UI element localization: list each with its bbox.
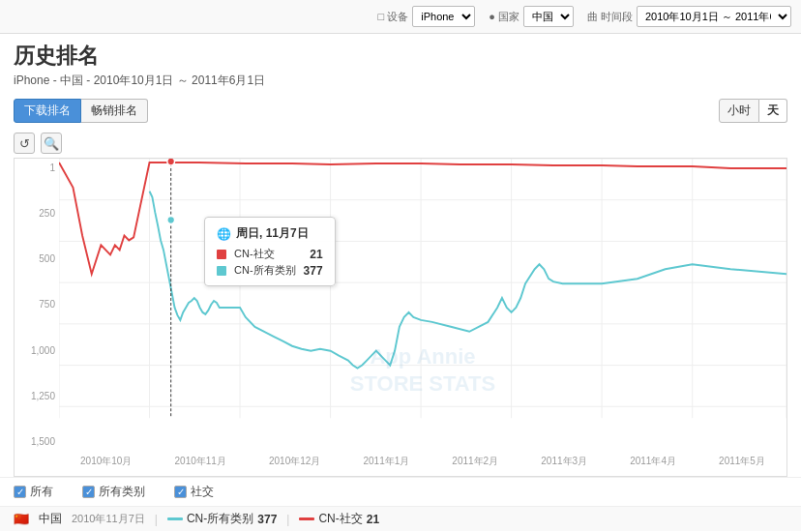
data-series-teal: CN-所有类别 377 [167,511,277,527]
tooltip-dot-red [217,250,226,259]
data-date: 2010年11月7日 [72,512,145,526]
x-label-nov: 2010年11月 [175,455,226,468]
tooltip-row-2: CN-所有类别 377 [217,263,323,278]
tooltip-title: 🌐 周日, 11月7日 [217,225,323,242]
chart-area: 1 250 500 750 1,000 1,250 1,500 [14,158,787,477]
toolbar-left: 下载排名 畅销排名 [14,99,148,123]
data-row: 🇨🇳 中国 2010年11月7日 | CN-所有类别 377 | CN-社交 2… [0,506,801,531]
country-flag: 🇨🇳 [14,512,29,526]
top-bar: □ 设备 iPhone ● 国家 中国 曲 时间段 2010年10月1日 ～ 2… [0,0,801,34]
device-selector-group: □ 设备 iPhone [378,6,476,27]
device-select[interactable]: iPhone [412,6,475,27]
legend-label-all: 所有 [30,484,53,500]
hour-button[interactable]: 小时 [719,99,759,123]
trending-button[interactable]: 畅销排名 [81,99,148,123]
check-icon-social: ✓ [177,487,185,497]
y-label-750: 750 [15,299,55,310]
legend-area: ✓ 所有 ✓ 所有类别 ✓ 社交 [0,477,801,506]
reset-icon: ↺ [19,136,30,151]
series-name-red: CN-社交 [318,511,362,527]
page-header: 历史排名 iPhone - 中国 - 2010年10月1日 ～ 2011年6月1… [0,34,801,93]
x-label-dec: 2010年12月 [269,455,320,468]
series-swatch-teal [167,517,183,520]
day-button[interactable]: 天 [759,99,787,123]
tooltip-name-2: CN-所有类别 [234,263,296,278]
zoom-button[interactable]: 🔍 [41,133,62,154]
chart-controls: ↺ 🔍 [0,129,801,158]
tooltip: 🌐 周日, 11月7日 CN-社交 21 CN-所有类别 377 [204,217,336,286]
legend-label-allcat: 所有类别 [99,484,145,500]
legend-all: ✓ 所有 [14,484,53,500]
country-label: ● 国家 [489,10,519,24]
tooltip-name-1: CN-社交 [234,247,302,261]
x-label-feb: 2011年2月 [452,455,498,468]
x-label-apr: 2011年4月 [630,455,676,468]
series-name-teal: CN-所有类别 [187,511,253,527]
country-select[interactable]: 中国 [523,6,574,27]
device-label: □ 设备 [378,10,409,24]
series-val-red: 21 [367,513,379,526]
tooltip-row-1: CN-社交 21 [217,247,323,261]
check-icon-allcat: ✓ [85,487,93,497]
data-country: 中国 [39,511,62,527]
y-label-500: 500 [15,253,55,264]
x-label-oct: 2010年10月 [80,455,132,468]
toolbar: 下载排名 畅销排名 小时 天 [0,93,801,129]
legend-social: ✓ 社交 [174,484,214,500]
y-label-1000: 1,000 [15,345,55,356]
y-label-250: 250 [15,208,55,219]
tooltip-dot-teal [217,266,226,276]
page-title: 历史排名 [14,42,787,71]
toolbar-right: 小时 天 [719,99,787,123]
legend-checkbox-allcat[interactable]: ✓ [82,486,95,498]
period-select[interactable]: 2010年10月1日 ～ 2011年6... [637,6,791,27]
download-button[interactable]: 下载排名 [14,99,81,123]
y-axis: 1 250 500 750 1,000 1,250 1,500 [15,159,59,447]
series-swatch-red [299,517,314,520]
data-series-red: CN-社交 21 [299,511,379,527]
tooltip-day: 周日, 11月7日 [236,225,309,242]
country-selector-group: ● 国家 中国 [489,6,574,27]
legend-checkbox-social[interactable]: ✓ [174,486,187,498]
x-label-jan: 2011年1月 [363,455,409,468]
tooltip-val-2: 377 [304,264,323,278]
x-label-may: 2011年5月 [719,455,765,468]
legend-label-social: 社交 [191,484,214,500]
x-label-mar: 2011年3月 [541,455,587,468]
svg-point-17 [167,159,175,165]
tooltip-globe-icon: 🌐 [217,227,231,241]
y-label-1250: 1,250 [15,391,55,401]
period-selector-group: 曲 时间段 2010年10月1日 ～ 2011年6... [587,6,791,27]
svg-point-18 [167,217,175,224]
legend-all-cat: ✓ 所有类别 [82,484,145,500]
legend-checkbox-all[interactable]: ✓ [14,486,26,498]
zoom-icon: 🔍 [44,136,59,151]
reset-button[interactable]: ↺ [14,133,35,154]
y-label-1500: 1,500 [15,436,55,447]
check-icon-all: ✓ [16,487,24,497]
tooltip-val-1: 21 [310,248,322,261]
page-subtitle: iPhone - 中国 - 2010年10月1日 ～ 2011年6月1日 [14,73,787,89]
series-val-teal: 377 [257,513,277,526]
chart-svg [59,159,786,447]
y-label-1: 1 [15,163,55,173]
chart-inner: App Annie STORE STATS 🌐 周日, 11月7日 CN-社交 … [59,159,786,447]
period-label: 曲 时间段 [587,10,633,24]
x-axis: 2010年10月 2010年11月 2010年12月 2011年1月 2011年… [59,447,786,476]
